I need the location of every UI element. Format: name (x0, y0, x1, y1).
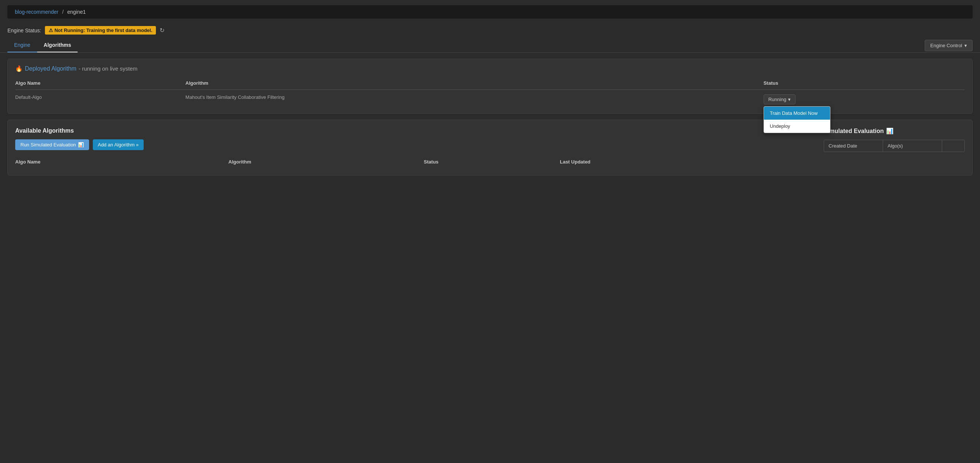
available-algorithms-section: Available Algorithms Run Simulated Evalu… (15, 128, 813, 168)
running-dropdown-button[interactable]: Running ▾ (764, 94, 795, 104)
avail-col-status: Status (424, 157, 560, 168)
deployed-subtitle: - running on live system (79, 65, 137, 72)
simulated-evaluation-section: Simulated Evaluation 📊 Created Date Algo… (824, 128, 965, 168)
sim-chart-icon: 📊 (886, 128, 894, 134)
engine-control-label: Engine Control (930, 43, 962, 48)
status-dropdown-wrapper: Running ▾ Train Data Model Now Undeploy (764, 94, 795, 104)
tabs-row: Engine Algorithms Engine Control ▾ (0, 38, 980, 53)
sim-col-actions (942, 140, 964, 152)
simulated-evaluation-table-header: Created Date Algo(s) (824, 140, 965, 152)
deployed-algo-table: Algo Name Algorithm Status Default-Algo … (15, 78, 965, 107)
col-header-status: Status (764, 78, 965, 90)
flame-icon: 🔥 (15, 65, 23, 72)
deployed-algorithm-title: 🔥 Deployed Algorithm - running on live s… (15, 65, 965, 72)
breadcrumb-link[interactable]: blog-recommender (15, 9, 59, 15)
simulated-evaluation-title: Simulated Evaluation 📊 (824, 128, 965, 134)
available-algorithms-table: Algo Name Algorithm Status Last Updated (15, 157, 813, 168)
tab-engine[interactable]: Engine (8, 38, 37, 53)
breadcrumb-separator: / (62, 9, 64, 15)
dropdown-chevron-icon: ▾ (788, 97, 791, 102)
sim-title-text: Simulated Evaluation (824, 128, 884, 134)
add-algorithm-button[interactable]: Add an Algorithm » (93, 139, 144, 150)
chevron-down-icon: ▾ (964, 43, 967, 48)
main-content: 🔥 Deployed Algorithm - running on live s… (0, 59, 980, 176)
dropdown-item-undeploy[interactable]: Undeploy (764, 120, 830, 133)
running-label: Running (768, 97, 786, 102)
sim-col-created-date: Created Date (824, 140, 883, 152)
avail-col-algo-name: Algo Name (15, 157, 228, 168)
status-badge: ⚠ Not Running: Training the first data m… (45, 26, 156, 35)
col-header-algorithm: Algorithm (186, 78, 764, 90)
deployed-algorithm-card: 🔥 Deployed Algorithm - running on live s… (8, 59, 972, 114)
breadcrumb-bar: blog-recommender / engine1 (8, 5, 972, 19)
sim-col-algos: Algo(s) (883, 140, 942, 152)
deployed-title-text: Deployed Algorithm (25, 65, 76, 72)
cell-status: Running ▾ Train Data Model Now Undeploy (764, 90, 965, 108)
tab-algorithms[interactable]: Algorithms (37, 38, 78, 53)
dropdown-item-train[interactable]: Train Data Model Now (764, 107, 830, 120)
simulate-label: Run Simulated Evaluation (21, 142, 76, 147)
status-bar: Engine Status: ⚠ Not Running: Training t… (0, 24, 980, 38)
status-dropdown-menu: Train Data Model Now Undeploy (764, 106, 830, 133)
table-row: Default-Algo Mahout's Item Similarity Co… (15, 90, 965, 108)
breadcrumb-current: engine1 (67, 9, 86, 15)
col-header-algo-name: Algo Name (15, 78, 186, 90)
cell-algorithm: Mahout's Item Similarity Collaborative F… (186, 90, 764, 108)
refresh-icon[interactable]: ↻ (160, 27, 164, 34)
bar-chart-icon: 📊 (78, 142, 84, 147)
avail-col-last-updated: Last Updated (560, 157, 813, 168)
available-algorithms-title: Available Algorithms (15, 128, 813, 134)
button-row: Run Simulated Evaluation 📊 Add an Algori… (15, 139, 813, 150)
tabs-left: Engine Algorithms (8, 38, 78, 53)
cell-algo-name: Default-Algo (15, 90, 186, 108)
avail-col-algorithm: Algorithm (228, 157, 423, 168)
status-label: Engine Status: (8, 27, 41, 34)
engine-control-button[interactable]: Engine Control ▾ (925, 40, 972, 51)
run-simulated-evaluation-button[interactable]: Run Simulated Evaluation 📊 (15, 139, 89, 150)
